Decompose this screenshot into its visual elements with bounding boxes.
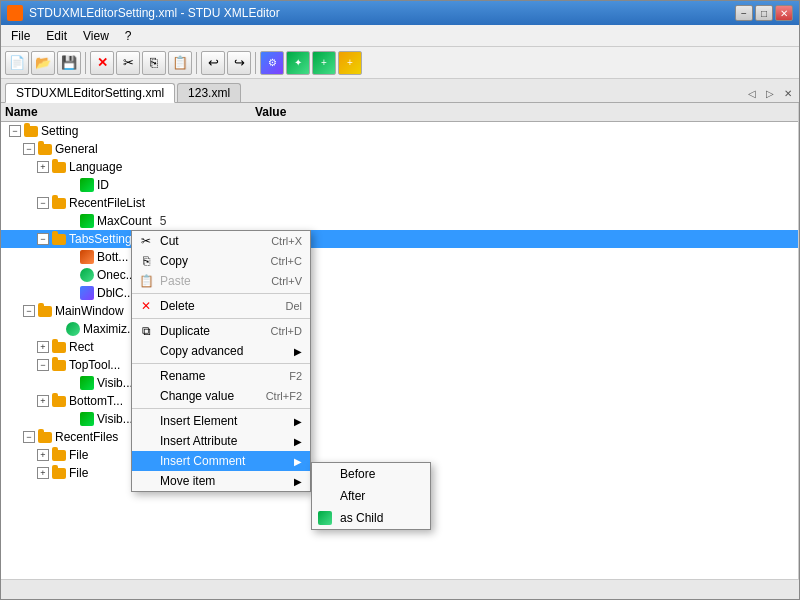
expand-button[interactable]: − — [23, 431, 35, 443]
expand-button[interactable]: − — [37, 197, 49, 209]
ctx-moveitem[interactable]: Move item ▶ — [132, 471, 310, 491]
attribute-icon — [79, 375, 95, 391]
submenu-after[interactable]: After — [312, 485, 430, 507]
folder-icon — [51, 339, 67, 355]
menu-file[interactable]: File — [5, 27, 36, 45]
tree-row[interactable]: Visib... — [1, 374, 798, 392]
tree-row[interactable]: + Rect — [1, 338, 798, 356]
ctx-separator — [132, 408, 310, 409]
tab-stduxml[interactable]: STDUXMLEditorSetting.xml — [5, 83, 175, 103]
menu-view[interactable]: View — [77, 27, 115, 45]
tree-row[interactable]: Maximiz... — [1, 320, 798, 338]
title-bar: STDUXMLEditorSetting.xml - STDU XMLEdito… — [1, 1, 799, 25]
node-value: 5 — [160, 214, 167, 228]
open-button[interactable]: 📂 — [31, 51, 55, 75]
submenu-aschild[interactable]: as Child — [312, 507, 430, 529]
node-label: Maximiz... — [83, 322, 137, 336]
node-label: Language — [69, 160, 122, 174]
element-icon — [79, 285, 95, 301]
delete-icon: ✕ — [138, 298, 154, 314]
tree-row[interactable]: Bott... — [1, 248, 798, 266]
maximize-button[interactable]: □ — [755, 5, 773, 21]
ctx-insertelement[interactable]: Insert Element ▶ — [132, 411, 310, 431]
expand-button[interactable]: + — [37, 467, 49, 479]
expand-button[interactable]: − — [9, 125, 21, 137]
tree-row[interactable]: ID — [1, 176, 798, 194]
tree-row[interactable]: + BottomT... — [1, 392, 798, 410]
expand-button[interactable]: − — [23, 143, 35, 155]
multi-icon — [79, 249, 95, 265]
expand-button[interactable]: − — [37, 233, 49, 245]
ctx-delete[interactable]: ✕ Delete Del — [132, 296, 310, 316]
child-icon — [318, 511, 332, 525]
ctx-duplicate[interactable]: ⧉ Duplicate Ctrl+D — [132, 321, 310, 341]
aschild-label: as Child — [340, 511, 383, 525]
save-button[interactable]: 💾 — [57, 51, 81, 75]
submenu-before[interactable]: Before — [312, 463, 430, 485]
tree-row[interactable]: − TopTool... — [1, 356, 798, 374]
expand-button[interactable]: − — [23, 305, 35, 317]
delete-button[interactable]: ✕ — [90, 51, 114, 75]
col-header-name: Name — [5, 105, 255, 119]
ctx-copy[interactable]: ⎘ Copy Ctrl+C — [132, 251, 310, 271]
ctx-copyadv[interactable]: Copy advanced ▶ — [132, 341, 310, 361]
attribute-icon — [79, 213, 95, 229]
main-window: STDUXMLEditorSetting.xml - STDU XMLEdito… — [0, 0, 800, 600]
duplicate-icon: ⧉ — [138, 323, 154, 339]
tool-button-2[interactable]: ✦ — [286, 51, 310, 75]
copy-button[interactable]: ⎘ — [142, 51, 166, 75]
submenu-arrow-icon: ▶ — [294, 346, 302, 357]
ctx-cut[interactable]: ✂ Cut Ctrl+X — [132, 231, 310, 251]
minimize-button[interactable]: − — [735, 5, 753, 21]
menu-edit[interactable]: Edit — [40, 27, 73, 45]
ctx-changevalue[interactable]: Change value Ctrl+F2 — [132, 386, 310, 406]
tab-next-button[interactable]: ▷ — [763, 87, 777, 100]
ctx-paste[interactable]: 📋 Paste Ctrl+V — [132, 271, 310, 291]
tree-row[interactable]: − Setting — [1, 122, 798, 140]
close-button[interactable]: ✕ — [775, 5, 793, 21]
tree-row[interactable]: − General — [1, 140, 798, 158]
expand-button[interactable]: + — [37, 449, 49, 461]
folder-icon — [37, 429, 53, 445]
copy-icon: ⎘ — [138, 253, 154, 269]
expand-button[interactable]: + — [37, 161, 49, 173]
insert-comment-submenu: Before After as Child — [311, 462, 431, 530]
tab-close-button[interactable]: ✕ — [781, 87, 795, 100]
node-label: MaxCount — [97, 214, 152, 228]
tree-row[interactable]: − RecentFiles — [1, 428, 798, 446]
tree-row[interactable]: Visib... — [1, 410, 798, 428]
expand-button[interactable]: + — [37, 341, 49, 353]
ctx-insertattribute[interactable]: Insert Attribute ▶ — [132, 431, 310, 451]
node-label: Bott... — [97, 250, 128, 264]
tree-row[interactable]: − TabsSetting — [1, 230, 798, 248]
cut-button[interactable]: ✂ — [116, 51, 140, 75]
context-menu: ✂ Cut Ctrl+X ⎘ Copy Ctrl+C 📋 Paste Ctrl+… — [131, 230, 311, 492]
tool-button-1[interactable]: ⚙ — [260, 51, 284, 75]
expand-button[interactable]: + — [37, 395, 49, 407]
node-label: TopTool... — [69, 358, 120, 372]
tool-button-4[interactable]: + — [338, 51, 362, 75]
tree-row[interactable]: DblC... — [1, 284, 798, 302]
node-label: General — [55, 142, 98, 156]
ctx-insertcomment[interactable]: Insert Comment ▶ — [132, 451, 310, 471]
tab-prev-button[interactable]: ◁ — [745, 87, 759, 100]
menu-help[interactable]: ? — [119, 27, 138, 45]
tree-row[interactable]: + Language — [1, 158, 798, 176]
undo-button[interactable]: ↩ — [201, 51, 225, 75]
tool-button-3[interactable]: + — [312, 51, 336, 75]
tree-row[interactable]: Onec... — [1, 266, 798, 284]
tree-row[interactable]: − MainWindow — [1, 302, 798, 320]
toolbar-separator-3 — [255, 52, 256, 74]
tree-row[interactable]: MaxCount 5 — [1, 212, 798, 230]
node-label: File — [69, 448, 88, 462]
app-icon — [7, 5, 23, 21]
tree-row[interactable]: − RecentFileList — [1, 194, 798, 212]
tab-bar: STDUXMLEditorSetting.xml 123.xml ◁ ▷ ✕ — [1, 79, 799, 103]
ctx-rename[interactable]: Rename F2 — [132, 366, 310, 386]
new-button[interactable]: 📄 — [5, 51, 29, 75]
expand-button[interactable]: − — [37, 359, 49, 371]
tab-123xml[interactable]: 123.xml — [177, 83, 241, 102]
submenu-arrow-icon: ▶ — [294, 456, 302, 467]
redo-button[interactable]: ↪ — [227, 51, 251, 75]
paste-button[interactable]: 📋 — [168, 51, 192, 75]
